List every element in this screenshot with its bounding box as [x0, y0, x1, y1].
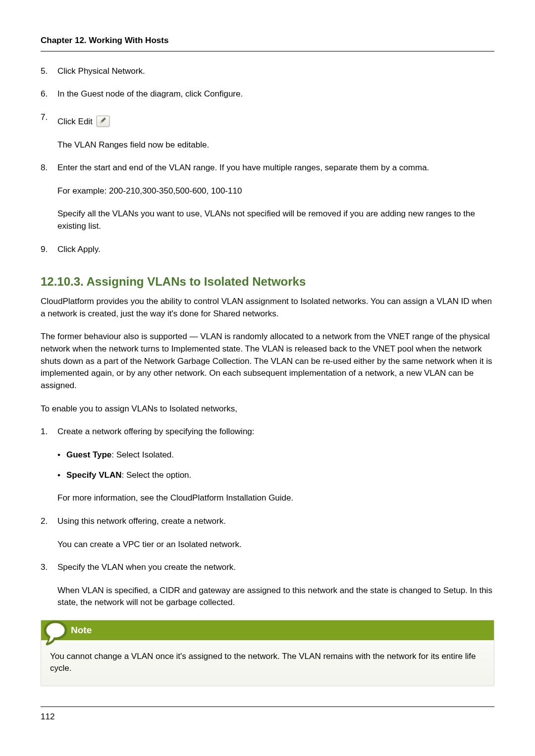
step-8: 8. Enter the start and end of the VLAN r… [41, 162, 494, 233]
edit-icon [96, 115, 110, 127]
step-text: For more information, see the CloudPlatf… [57, 492, 494, 504]
step-number: 8. [41, 162, 57, 233]
step-number: 2. [41, 515, 57, 551]
step-text: Specify the VLAN when you create the net… [57, 561, 494, 574]
page-footer: 112 [41, 706, 494, 723]
step-text: Click Edit [57, 115, 494, 128]
step-text: Click Apply. [57, 244, 494, 256]
step-6: 6. In the Guest node of the diagram, cli… [41, 88, 494, 101]
step-text: Specify all the VLANs you want to use, V… [57, 208, 494, 232]
step-number: 3. [41, 561, 57, 609]
section-heading: 12.10.3. Assigning VLANs to Isolated Net… [41, 273, 494, 291]
list-item: Specify VLAN: Select the option. [57, 469, 494, 482]
step-text: The VLAN Ranges field now be editable. [57, 139, 494, 151]
paragraph: The former behaviour also is supported —… [41, 331, 494, 392]
note-admonition: Note You cannot change a VLAN once it's … [41, 620, 494, 686]
bullet-rest: : Select the option. [121, 470, 191, 480]
note-title: Note [41, 620, 494, 641]
step-b3: 3. Specify the VLAN when you create the … [41, 561, 494, 609]
step-5: 5. Click Physical Network. [41, 65, 494, 78]
step-text: When VLAN is specified, a CIDR and gatew… [57, 585, 494, 609]
paragraph: To enable you to assign VLANs to Isolate… [41, 403, 494, 415]
bullet-label: Guest Type [66, 450, 111, 459]
step-number: 5. [41, 65, 57, 78]
step-text: In the Guest node of the diagram, click … [57, 88, 494, 101]
step-number: 1. [41, 426, 57, 504]
step-number: 6. [41, 88, 57, 101]
speech-bubble-icon [43, 620, 68, 648]
step-text: Using this network offering, create a ne… [57, 515, 494, 528]
running-head: Chapter 12. Working With Hosts [41, 35, 494, 51]
list-item: Guest Type: Select Isolated. [57, 449, 494, 461]
step-text: You can create a VPC tier or an Isolated… [57, 539, 494, 551]
step-7: 7. Click Edit [41, 111, 494, 151]
bullet-rest: : Select Isolated. [111, 450, 174, 459]
svg-point-2 [47, 624, 64, 637]
step-9: 9. Click Apply. [41, 244, 494, 256]
step-text: Enter the start and end of the VLAN rang… [57, 162, 494, 174]
bullet-label: Specify VLAN [66, 470, 121, 480]
step-b2: 2. Using this network offering, create a… [41, 515, 494, 551]
step-text: For example: 200-210,300-350,500-600, 10… [57, 185, 494, 198]
step-text-prefix: Click Edit [57, 117, 95, 126]
note-body: You cannot change a VLAN once it's assig… [41, 641, 494, 686]
step-number: 9. [41, 244, 57, 256]
step-b1: 1. Create a network offering by specifyi… [41, 426, 494, 504]
step-text: Click Physical Network. [57, 65, 494, 78]
step-text: Create a network offering by specifying … [57, 426, 494, 438]
paragraph: CloudPlatform provides you the ability t… [41, 296, 494, 320]
page-number: 112 [41, 712, 54, 721]
step-number: 7. [41, 111, 57, 151]
